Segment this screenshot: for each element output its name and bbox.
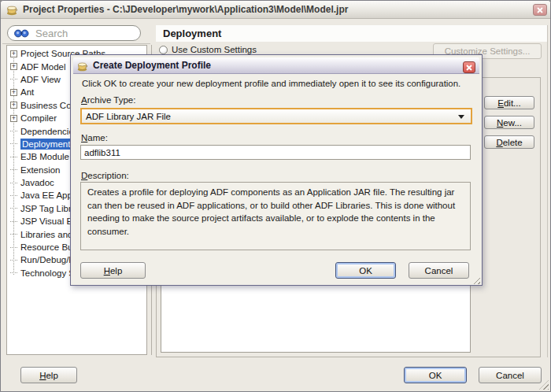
binoculars-search-icon — [14, 28, 29, 39]
sidebar-item-label: EJB Module — [20, 152, 69, 161]
expand-plus-icon[interactable]: + — [10, 115, 17, 122]
tree-connector-stub — [10, 131, 17, 131]
description-label: Description: — [81, 171, 129, 180]
panel-right-border — [547, 25, 548, 357]
radio-icon[interactable] — [159, 46, 168, 54]
expand-plus-icon[interactable]: + — [10, 102, 17, 109]
description-text: Creates a profile for deploying ADF comp… — [80, 182, 471, 250]
dialog-help-button[interactable]: Help — [80, 262, 146, 279]
dialog-coffee-icon — [76, 60, 88, 72]
window-title: Project Properties - C:\JDeveloper\mywor… — [23, 4, 348, 15]
tree-connector-stub — [10, 272, 17, 273]
use-custom-settings-radio[interactable]: Use Custom Settings — [159, 45, 257, 54]
tree-connector-stub — [10, 221, 17, 222]
sidebar-item-label: ADF View — [20, 75, 61, 84]
profile-actions: Edit...New...Delete — [484, 96, 534, 155]
ok-button[interactable]: OK — [404, 367, 467, 383]
dialog-titlebar[interactable]: Create Deployment Profile — [73, 57, 479, 74]
tree-connector-stub — [10, 234, 17, 235]
sidebar-item-label: ADF Model — [20, 62, 66, 72]
name-input[interactable]: adflib311 — [80, 145, 471, 160]
edit-button[interactable]: Edit... — [484, 96, 534, 109]
tree-connector-stub — [10, 157, 17, 157]
dialog-close-icon[interactable] — [463, 61, 475, 73]
search-box[interactable] — [7, 25, 141, 41]
sidebar-divider — [2, 43, 150, 44]
name-label: Name: — [81, 133, 108, 142]
dialog-title: Create Deployment Profile — [93, 60, 211, 71]
sidebar-item-label: Compiler — [20, 113, 57, 123]
expand-plus-icon[interactable]: + — [10, 63, 17, 70]
cancel-button[interactable]: Cancel — [479, 367, 542, 383]
create-deployment-profile-dialog: Create Deployment Profile Click OK to cr… — [70, 54, 483, 286]
tree-connector-stub — [10, 208, 17, 209]
dialog-instruction: Click OK to create your new deployment p… — [82, 79, 460, 88]
tree-connector-stub — [10, 183, 17, 183]
chevron-down-icon[interactable] — [458, 115, 464, 119]
tree-connector-stub — [10, 79, 17, 80]
page-header: Deployment — [156, 25, 547, 42]
archive-type-label: Archive Type: — [81, 95, 135, 105]
tree-connector-stub — [10, 260, 17, 261]
page-title: Deployment — [163, 28, 221, 39]
tree-connector-stub — [10, 169, 17, 170]
dialog-ok-button[interactable]: OK — [335, 262, 396, 279]
window-titlebar[interactable]: Project Properties - C:\JDeveloper\mywor… — [1, 1, 551, 19]
dialog-cancel-button[interactable]: Cancel — [409, 262, 469, 279]
search-input[interactable] — [35, 28, 126, 39]
tree-connector-stub — [10, 143, 17, 144]
archive-type-combobox[interactable]: ADF Library JAR File — [80, 108, 472, 124]
sidebar-item-label: Extension — [20, 165, 61, 175]
radio-label: Use Custom Settings — [172, 45, 257, 54]
archive-type-value: ADF Library JAR File — [86, 112, 171, 121]
tree-connector-stub — [10, 247, 17, 248]
project-properties-window: Project Properties - C:\JDeveloper\mywor… — [0, 0, 551, 392]
sidebar-item-label: Deployment — [20, 139, 72, 150]
expand-plus-icon[interactable]: + — [10, 89, 17, 96]
sidebar-item-label: Ant — [20, 87, 34, 97]
sidebar-item-label: Javadoc — [20, 178, 54, 187]
jdeveloper-coffee-icon — [6, 3, 18, 16]
close-icon[interactable] — [533, 4, 547, 16]
name-value: adflib311 — [84, 148, 120, 157]
expand-plus-icon[interactable]: + — [10, 50, 17, 57]
help-button[interactable]: Help — [20, 367, 77, 383]
new-button[interactable]: New... — [484, 116, 534, 129]
delete-button[interactable]: Delete — [484, 135, 534, 149]
tree-connector-stub — [10, 195, 17, 196]
dialog-resize-grip[interactable] — [472, 276, 480, 284]
